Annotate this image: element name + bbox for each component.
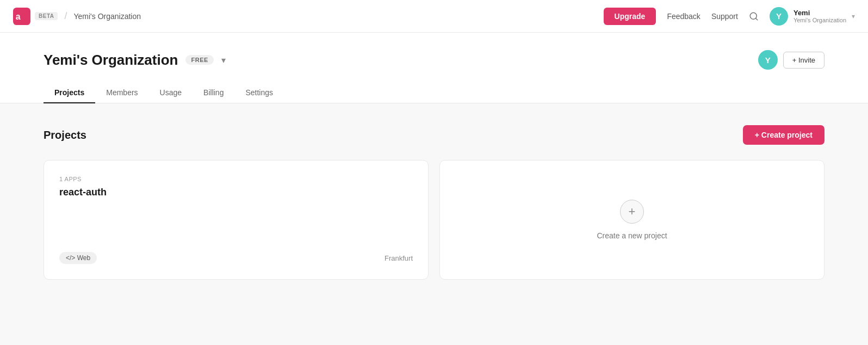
breadcrumb-separator: / (64, 10, 67, 22)
beta-badge: BETA (35, 12, 58, 20)
appwrite-logo: a (13, 8, 30, 25)
org-title-right: Y + Invite (758, 50, 824, 70)
tabs-row: Projects Members Usage Billing Settings (44, 83, 824, 103)
breadcrumb-org: Yemi's Organization (74, 12, 141, 21)
support-button[interactable]: Support (711, 12, 738, 21)
org-name: Yemi's Organization (44, 52, 178, 69)
create-project-button[interactable]: + Create project (743, 125, 824, 145)
tab-usage[interactable]: Usage (149, 83, 193, 103)
projects-grid: 1 APPS react-auth </> Web Frankfurt + Cr… (44, 160, 824, 280)
tab-settings[interactable]: Settings (234, 83, 284, 103)
svg-text:a: a (16, 12, 21, 21)
org-dropdown-button[interactable]: ▾ (221, 55, 226, 65)
user-avatar: Y (770, 7, 788, 26)
feedback-button[interactable]: Feedback (667, 12, 700, 21)
new-project-plus-icon: + (620, 200, 644, 224)
user-menu[interactable]: Y Yemi Yemi's Organization ▾ (770, 7, 855, 26)
project-card-footer: </> Web Frankfurt (59, 252, 413, 264)
new-project-label: Create a new project (597, 231, 667, 240)
new-project-card[interactable]: + Create a new project (439, 160, 824, 280)
user-name: Yemi (793, 9, 846, 17)
project-apps-count: 1 APPS (59, 176, 413, 182)
projects-title: Projects (44, 129, 86, 141)
logo-area: a BETA / Yemi's Organization (13, 8, 141, 25)
free-badge: FREE (185, 55, 213, 65)
org-avatar: Y (758, 50, 778, 70)
org-title-left: Yemi's Organization FREE ▾ (44, 52, 226, 69)
app-header: a BETA / Yemi's Organization Upgrade Fee… (0, 0, 868, 33)
project-card-top: 1 APPS react-auth (59, 176, 413, 198)
org-title-row: Yemi's Organization FREE ▾ Y + Invite (44, 50, 824, 70)
platform-badge: </> Web (59, 252, 97, 264)
chevron-down-icon: ▾ (852, 13, 855, 20)
project-region: Frankfurt (385, 254, 413, 262)
user-org-label: Yemi's Organization (793, 17, 846, 23)
svg-line-3 (755, 18, 757, 20)
header-right: Upgrade Feedback Support Y Yemi Yemi's O… (604, 7, 855, 26)
tab-projects[interactable]: Projects (44, 83, 95, 103)
user-info: Yemi Yemi's Organization (793, 9, 846, 23)
tab-members[interactable]: Members (95, 83, 148, 103)
upgrade-button[interactable]: Upgrade (604, 8, 656, 25)
main-content: Projects + Create project 1 APPS react-a… (0, 103, 868, 301)
projects-header-row: Projects + Create project (44, 125, 824, 145)
search-button[interactable] (749, 11, 759, 21)
tab-billing[interactable]: Billing (193, 83, 234, 103)
org-header-section: Yemi's Organization FREE ▾ Y + Invite Pr… (0, 33, 868, 103)
project-card[interactable]: 1 APPS react-auth </> Web Frankfurt (44, 160, 429, 280)
invite-button[interactable]: + Invite (783, 52, 824, 69)
project-name: react-auth (59, 187, 413, 198)
